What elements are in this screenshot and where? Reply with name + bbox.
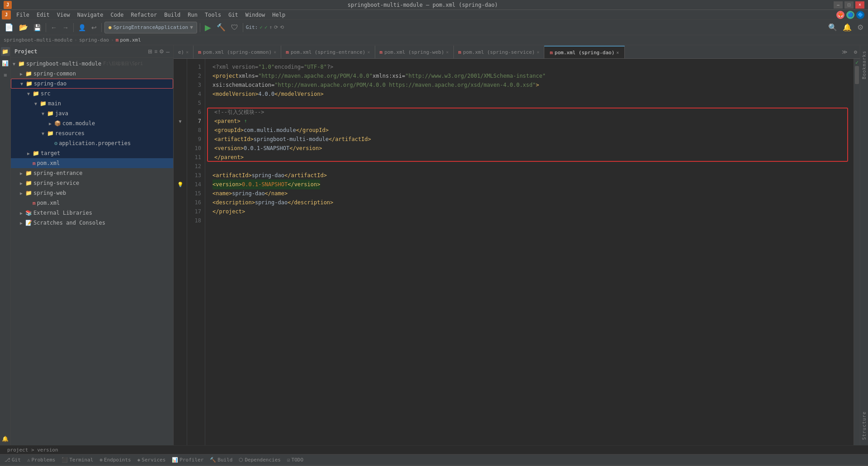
bottom-tab-todo[interactable]: ☑ TODO (284, 455, 306, 465)
tab-e[interactable]: e) × (174, 46, 193, 58)
run-button[interactable]: ▶ (203, 23, 213, 33)
activity-vcs-icon[interactable]: 📊 (1, 59, 10, 68)
tree-item-scratches[interactable]: ▶ 📝 Scratches and Consoles (11, 218, 173, 228)
back-button[interactable]: ← (49, 24, 59, 31)
bottom-tab-problems[interactable]: ⚠ Problems (24, 455, 58, 465)
breadcrumb-file[interactable]: m pom.xml (116, 37, 141, 43)
bottom-tab-endpoints[interactable]: ⊗ Endpoints (97, 455, 133, 465)
tab-pom-web-label: pom.xml (spring-web) (384, 49, 444, 55)
tab-pom-entrance[interactable]: m pom.xml (spring-entrance) × (281, 46, 375, 58)
code-line-11: </parent> (212, 153, 854, 162)
menu-refactor[interactable]: Refactor (127, 11, 160, 19)
panel-sync-icon[interactable]: ⊞ (148, 48, 152, 55)
tree-item-spring-common[interactable]: ▶ 📁 spring-common (11, 69, 173, 79)
code-line-2: <project xmlns="http://maven.apache.org/… (212, 71, 854, 80)
bottom-tab-dependencies[interactable]: ⬡ Dependencies (236, 455, 283, 465)
minimize-button[interactable]: – (834, 1, 843, 9)
tab-pom-web[interactable]: m pom.xml (spring-web) × (375, 46, 454, 58)
tree-item-external-libs[interactable]: ▶ 📚 External Libraries (11, 208, 173, 218)
save-button[interactable]: 💾 (32, 24, 43, 31)
bookmarks-label[interactable]: Bookmarks (862, 49, 867, 81)
bottom-tab-build[interactable]: 🔨 Build (207, 455, 235, 465)
menu-code[interactable]: Code (107, 11, 127, 19)
tree-root-label: springboot-multi-module (26, 61, 101, 67)
menu-run[interactable]: Run (184, 11, 201, 19)
tree-item-spring-service[interactable]: ▶ 📁 spring-service (11, 178, 173, 188)
activity-notifications-icon[interactable]: 🔔 (1, 434, 10, 443)
tree-pom-dao-label: pom.xml (37, 160, 60, 166)
tab-pom-dao[interactable]: m pom.xml (spring-dao) × (544, 46, 625, 58)
menu-tools[interactable]: Tools (201, 11, 225, 19)
activity-structure-icon[interactable]: ≡ (1, 71, 10, 80)
tree-item-main[interactable]: ▼ 📁 main (11, 99, 173, 108)
editor-breadcrumb-path: project > version (7, 447, 58, 453)
tree-item-spring-dao[interactable]: ▼ 📁 spring-dao (11, 79, 173, 89)
panel-collapse-icon[interactable]: ≡ (154, 48, 157, 55)
tree-item-app-properties[interactable]: ⚙ application.properties (11, 138, 173, 148)
bottom-tab-terminal[interactable]: ⬛ Terminal (59, 455, 96, 465)
menu-window[interactable]: Window (242, 11, 269, 19)
breadcrumb-sep-2: › (111, 37, 114, 43)
menu-view[interactable]: View (53, 11, 74, 19)
code-editor[interactable]: <?xml version="1.0" encoding="UTF-8"?> <… (205, 59, 854, 445)
breadcrumb-module[interactable]: springboot-multi-module (4, 37, 72, 43)
bottom-tabs: ⎇ Git ⚠ Problems ⬛ Terminal ⊗ Endpoints … (0, 454, 868, 465)
close-button[interactable]: × (855, 1, 864, 9)
forward-button[interactable]: → (61, 24, 71, 31)
tab-panel-settings[interactable]: ⚙ (851, 46, 860, 58)
tab-pom-common[interactable]: m pom.xml (spring-common) × (193, 46, 281, 58)
gutter-line-7-fold[interactable]: ▼ (174, 117, 187, 126)
tab-pom-entrance-close[interactable]: × (367, 50, 370, 55)
tab-pom-web-close[interactable]: × (446, 50, 449, 55)
bottom-tab-services[interactable]: ◈ Services (135, 455, 169, 465)
tree-item-target[interactable]: ▶ 📁 target (11, 148, 173, 158)
menu-git[interactable]: Git (225, 11, 242, 19)
vcs-button[interactable]: 👤 (76, 24, 88, 31)
breadcrumb-module-dao[interactable]: spring-dao (79, 37, 109, 43)
menu-build[interactable]: Build (160, 11, 184, 19)
tree-item-java[interactable]: ▼ 📁 java (11, 108, 173, 118)
menu-help[interactable]: Help (269, 11, 289, 19)
tab-pom-service[interactable]: m pom.xml (spring-service) × (454, 46, 545, 58)
coverage-button[interactable]: 🛡 (229, 24, 240, 32)
tree-item-pom-dao[interactable]: m pom.xml (11, 158, 173, 168)
tree-item-src[interactable]: ▼ 📁 src (11, 89, 173, 99)
panel-close-icon[interactable]: – (166, 48, 170, 55)
gutter-line-14-bulb[interactable]: 💡 (174, 180, 187, 189)
code-line-6: <!--引入父模块--> (212, 108, 854, 117)
tab-e-close[interactable]: × (186, 50, 189, 55)
tree-item-resources[interactable]: ▼ 📁 resources (11, 128, 173, 138)
tree-item-spring-entrance[interactable]: ▶ 📁 spring-entrance (11, 168, 173, 178)
panel-settings-icon[interactable]: ⚙ (159, 48, 164, 55)
tab-pom-dao-close[interactable]: × (616, 50, 619, 55)
open-button[interactable]: 📂 (17, 23, 30, 32)
menu-edit[interactable]: Edit (33, 11, 53, 19)
code-line-9: <artifactId>springboot-multi-module</art… (212, 135, 854, 144)
code-line-1: <?xml version="1.0" encoding="UTF-8"?> (212, 62, 854, 71)
tab-more-button[interactable]: ≫ (838, 46, 851, 58)
tree-item-root[interactable]: ▼ 📁 springboot-multi-module F:\后端项目\Spri (11, 59, 173, 69)
tree-java-label: java (55, 110, 68, 117)
title-bar-text: springboot-multi-module – pom.xml (sprin… (348, 2, 498, 8)
app-selector-container[interactable]: ● SpringEntranceApplication ▼ (104, 22, 197, 33)
settings-button[interactable]: ⚙ (855, 23, 865, 32)
maximize-button[interactable]: □ (844, 1, 854, 9)
tree-item-spring-web[interactable]: ▶ 📁 spring-web (11, 188, 173, 198)
menu-navigate[interactable]: Navigate (74, 11, 107, 19)
bottom-tab-git[interactable]: ⎇ Git (2, 455, 24, 465)
activity-project-icon[interactable]: 📁 (1, 47, 10, 56)
tree-item-pom-web[interactable]: m pom.xml (11, 198, 173, 208)
structure-label[interactable]: Structure (862, 410, 867, 442)
new-file-button[interactable]: 📄 (3, 23, 15, 32)
build-button[interactable]: 🔨 (215, 23, 227, 32)
undo-button[interactable]: ↩ (90, 24, 99, 31)
search-everywhere-button[interactable]: 🔍 (826, 23, 839, 32)
menu-file[interactable]: File (13, 11, 33, 19)
editor-right-gutter: ✓ (854, 59, 860, 445)
tab-pom-service-close[interactable]: × (537, 50, 539, 55)
bottom-tab-profiler[interactable]: 📊 Profiler (169, 455, 206, 465)
tree-item-com-module[interactable]: ▶ 📦 com.module (11, 118, 173, 128)
notifications-button[interactable]: 🔔 (841, 23, 854, 32)
toolbar: 📄 📂 💾 ← → 👤 ↩ ● SpringEntranceApplicatio… (0, 20, 868, 35)
tab-pom-common-close[interactable]: × (274, 50, 276, 55)
